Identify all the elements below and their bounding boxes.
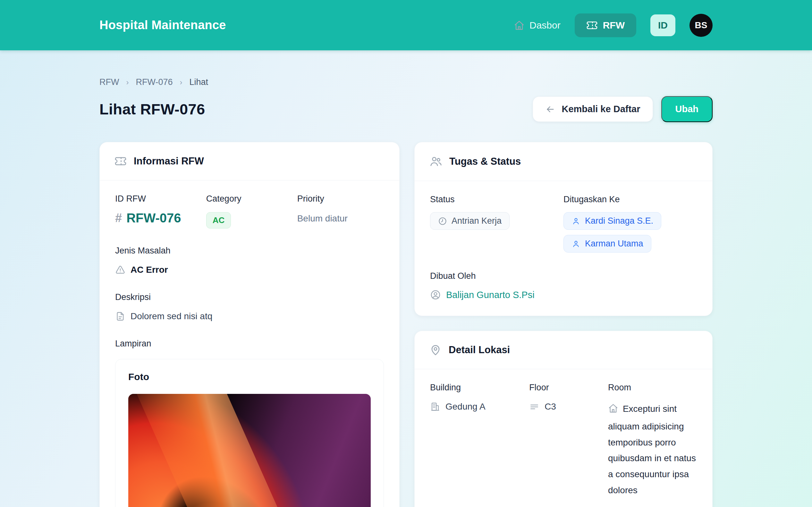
status-value: Antrian Kerja (452, 216, 502, 226)
location-card: Detail Lokasi Building Gedung A (414, 331, 713, 507)
clock-icon (438, 217, 447, 226)
created-by-label: Dibuat Oleh (430, 271, 697, 281)
page-title: Lihat RFW-076 (99, 100, 205, 118)
floor-label: Floor (529, 383, 595, 393)
home-icon (608, 402, 618, 418)
photo-label: Foto (128, 372, 371, 382)
status-badge: Antrian Kerja (430, 212, 510, 230)
assignee-name: Kardi Sinaga S.E. (585, 216, 653, 226)
assignee-badge[interactable]: Kardi Sinaga S.E. (563, 212, 661, 230)
chevron-right-icon: › (126, 78, 129, 87)
assigned-to-label: Ditugaskan Ke (563, 194, 697, 205)
hash-icon: # (115, 211, 122, 225)
app-header: Hospital Maintenance Dasbor RFW ID BS (0, 0, 812, 50)
issue-type-label: Jenis Masalah (115, 246, 384, 256)
id-rfw-value: RFW-076 (126, 211, 181, 225)
arrow-left-icon (545, 104, 555, 114)
building-label: Building (430, 383, 516, 393)
tasks-card-title: Tugas & Status (449, 156, 521, 167)
room-label: Room (608, 383, 697, 393)
breadcrumb-rfw[interactable]: RFW (99, 77, 119, 87)
person-icon (571, 239, 580, 248)
map-pin-icon (429, 344, 442, 356)
issue-type-value: AC Error (131, 265, 168, 275)
edit-button[interactable]: Ubah (661, 96, 713, 122)
tasks-status-card: Tugas & Status Status Antrian Kerja (414, 142, 713, 316)
attachment-label: Lampiran (115, 339, 384, 349)
location-card-title: Detail Lokasi (449, 344, 510, 356)
description-value: Dolorem sed nisi atq (131, 311, 212, 322)
created-by-value[interactable]: Balijan Gunarto S.Psi (446, 290, 535, 300)
floor-lines-icon (529, 402, 540, 412)
photo-subcard: Foto Lenovo IDEAPAD (115, 359, 384, 507)
floor-value: C3 (545, 402, 556, 412)
user-circle-icon (430, 289, 441, 300)
language-toggle[interactable]: ID (650, 14, 675, 36)
priority-value: Belum diatur (297, 214, 384, 224)
building-icon (430, 402, 440, 412)
back-to-list-button[interactable]: Kembali ke Daftar (533, 97, 653, 122)
info-card-title: Informasi RFW (134, 156, 204, 167)
person-icon (571, 217, 580, 226)
home-icon (514, 20, 525, 31)
breadcrumb-lihat: Lihat (190, 77, 208, 87)
id-rfw-label: ID RFW (115, 194, 206, 204)
status-label: Status (430, 194, 563, 205)
nav-rfw[interactable]: RFW (575, 13, 636, 37)
ticket-icon (586, 19, 598, 31)
header-nav: Dasbor RFW ID BS (514, 13, 713, 37)
chevron-right-icon: › (180, 78, 183, 87)
users-icon (429, 155, 442, 168)
back-to-list-label: Kembali ke Daftar (562, 104, 641, 114)
room-value-wrap: Excepturi sint aliquam adipisicing tempo… (608, 401, 697, 498)
room-value: Excepturi sint aliquam adipisicing tempo… (608, 404, 696, 495)
category-badge: AC (206, 212, 231, 228)
avatar[interactable]: BS (690, 14, 713, 37)
nav-dashboard[interactable]: Dasbor (514, 20, 561, 31)
ticket-icon (114, 155, 127, 167)
app-title: Hospital Maintenance (99, 18, 226, 32)
building-value: Gedung A (446, 402, 486, 412)
breadcrumb-rfw-076[interactable]: RFW-076 (136, 77, 172, 87)
assignee-badge[interactable]: Karman Utama (563, 235, 651, 252)
description-label: Deskripsi (115, 292, 384, 302)
category-label: Category (206, 194, 297, 204)
warning-triangle-icon (115, 265, 125, 275)
attachment-photo[interactable]: Lenovo IDEAPAD (128, 394, 371, 507)
nav-rfw-label: RFW (603, 20, 625, 31)
priority-label: Priority (297, 194, 384, 204)
breadcrumb: RFW › RFW-076 › Lihat (99, 77, 713, 87)
document-icon (115, 311, 125, 322)
nav-dashboard-label: Dasbor (529, 20, 561, 31)
assignee-name: Karman Utama (585, 239, 643, 249)
info-card: Informasi RFW ID RFW # RFW-076 (99, 142, 400, 507)
